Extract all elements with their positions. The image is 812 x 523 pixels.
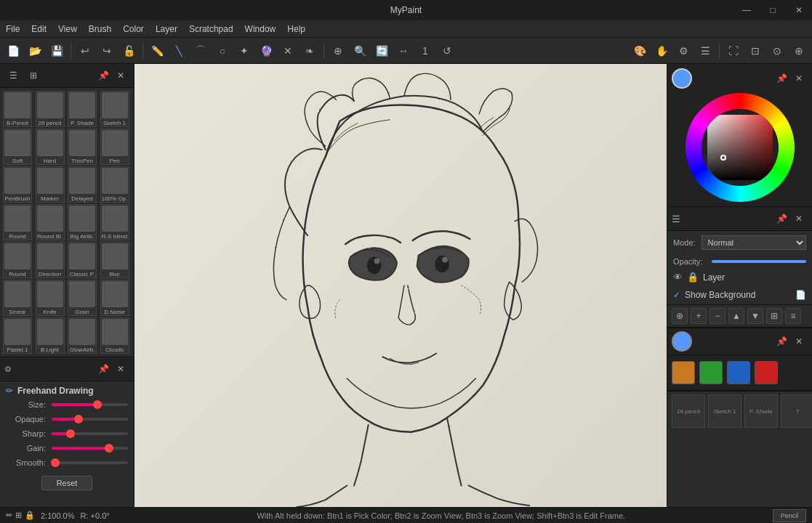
slider-thumb-1[interactable] — [74, 415, 83, 423]
color-swatch-indicator[interactable] — [672, 331, 692, 352]
brush-item-4[interactable]: Soft — [3, 129, 32, 165]
layer-options-button[interactable]: ≡ — [785, 308, 801, 324]
brush-item-18[interactable]: Classic P. — [68, 242, 97, 278]
inking-tool-button[interactable]: ✦ — [234, 41, 254, 61]
flood-tool-button[interactable]: 🔮 — [256, 41, 276, 61]
layer-visibility-icon[interactable]: 👁 — [673, 272, 683, 283]
fullscreen-button[interactable]: ⛶ — [723, 41, 744, 61]
flip-view-button[interactable]: ↔ — [393, 41, 414, 61]
swatches-pin[interactable]: 📌 — [773, 333, 790, 350]
brush-item-9[interactable]: Marker — [36, 166, 65, 203]
reset-view-button[interactable]: ↺ — [437, 41, 457, 61]
remove-layer-button[interactable]: − — [710, 308, 725, 324]
line-tool-button[interactable]: ╲ — [169, 41, 189, 61]
extra-button[interactable]: ⊕ — [789, 41, 809, 61]
zoom-level-button[interactable]: 1 — [415, 41, 435, 61]
recent-brush-3[interactable]: ? — [781, 394, 812, 428]
color-swatch-2[interactable] — [727, 361, 750, 384]
brush-item-10[interactable]: Delayed — [68, 166, 97, 203]
show-bg-checkmark[interactable]: ✓ — [673, 290, 680, 300]
opacity-slider[interactable] — [712, 260, 806, 263]
brush-item-19[interactable]: Blur — [100, 242, 129, 278]
menu-item-file[interactable]: File — [0, 23, 25, 36]
slider-thumb-3[interactable] — [105, 444, 113, 453]
color-wheel-close[interactable]: ✕ — [790, 70, 808, 87]
recent-brush-0[interactable]: 28 pencil — [672, 394, 705, 428]
status-draw-icon[interactable]: ✏ — [6, 511, 12, 520]
brush-item-27[interactable]: Clouds — [100, 317, 129, 354]
menu-item-view[interactable]: View — [52, 23, 83, 36]
menu-item-window[interactable]: Window — [239, 23, 282, 36]
ellipse-tool-button[interactable]: ○ — [212, 41, 233, 61]
brush-item-2[interactable]: P. Shade — [68, 91, 97, 127]
layer-mode-select[interactable]: NormalMultiplyScreenOverlayDarkenLighten — [702, 235, 806, 250]
color-wheel-pin[interactable]: 📌 — [773, 70, 790, 87]
color-cursor[interactable] — [720, 155, 726, 161]
brush-item-21[interactable]: Knife — [36, 280, 65, 316]
brush-item-26[interactable]: GlowAirb. — [68, 317, 97, 354]
brush-list-icon[interactable]: ☰ — [4, 67, 22, 84]
slider-track-2[interactable] — [52, 432, 128, 435]
brush-item-16[interactable]: Round — [3, 242, 32, 278]
minimize-button[interactable]: — — [733, 0, 760, 20]
brush-settings-icon[interactable]: 📌 — [95, 67, 112, 84]
brush-item-22[interactable]: Grain — [68, 280, 97, 316]
brush-item-11[interactable]: 100% Op. — [100, 166, 129, 203]
color-swatch-3[interactable] — [755, 361, 778, 384]
brush-item-20[interactable]: Smear — [3, 280, 32, 316]
current-brush-indicator[interactable]: Pencil — [773, 509, 806, 522]
brush-item-15[interactable]: R-S blend — [100, 204, 129, 240]
brush-item-14[interactable]: Big AirBr. — [68, 204, 97, 240]
brush-item-17[interactable]: Direction — [36, 242, 65, 278]
history-button[interactable]: 🔓 — [118, 41, 139, 61]
slider-thumb-0[interactable] — [93, 400, 102, 409]
brush-item-8[interactable]: PenBrush — [3, 166, 32, 203]
redo-button[interactable]: ↪ — [97, 41, 117, 61]
color-swatch-1[interactable] — [699, 361, 723, 384]
swatches-close[interactable]: ✕ — [790, 333, 808, 350]
status-frame-icon[interactable]: ⊞ — [15, 511, 22, 520]
add-layer-button[interactable]: + — [691, 308, 707, 324]
menu-item-brush[interactable]: Brush — [83, 23, 117, 36]
canvas-area[interactable] — [134, 64, 667, 507]
settings-button[interactable]: ⚙ — [673, 41, 694, 61]
layer-panel-pin[interactable]: 📌 — [773, 210, 790, 227]
brush-item-3[interactable]: Sketch 1 — [100, 91, 129, 127]
brush-grid-icon[interactable]: ⊞ — [25, 67, 42, 84]
color-wheel-inner[interactable] — [702, 109, 779, 186]
reset-button[interactable]: Reset — [41, 476, 93, 490]
eraser-tool-button[interactable]: ✕ — [278, 41, 298, 61]
brush-item-0[interactable]: B-Pencil — [3, 91, 32, 127]
show-bg-extra-icon[interactable]: 📄 — [795, 290, 806, 300]
pan-tool-button[interactable]: ⊕ — [328, 41, 348, 61]
brush-close-icon[interactable]: ✕ — [112, 67, 129, 84]
brush-item-12[interactable]: Round — [3, 204, 32, 240]
maximize-button[interactable]: □ — [760, 0, 786, 20]
undo-button[interactable]: ↩ — [75, 41, 95, 61]
brush-item-25[interactable]: B.Light — [36, 317, 65, 354]
tool-options-close[interactable]: ✕ — [112, 360, 129, 378]
layer-type-button[interactable]: ⊕ — [672, 308, 688, 324]
clone-tool-button[interactable]: ❧ — [300, 41, 320, 61]
slider-track-0[interactable] — [52, 403, 128, 406]
brush-item-24[interactable]: Pastel 1 — [3, 317, 32, 354]
brush-item-13[interactable]: Round Bl. — [36, 204, 65, 240]
status-lock-icon[interactable]: 🔒 — [25, 511, 35, 520]
color-indicator[interactable] — [672, 68, 692, 89]
new-file-button[interactable]: 📄 — [3, 41, 23, 61]
open-file-button[interactable]: 📂 — [25, 41, 45, 61]
slider-thumb-4[interactable] — [51, 458, 60, 467]
menu-item-scratchpad[interactable]: Scratchpad — [183, 23, 239, 36]
recent-brush-1[interactable]: Sketch 1 — [708, 394, 741, 428]
layer-panel-close[interactable]: ✕ — [790, 210, 808, 227]
move-layer-up-button[interactable]: ▲ — [728, 308, 744, 324]
menu-item-help[interactable]: Help — [281, 23, 311, 36]
brush-item-7[interactable]: Pen — [100, 129, 129, 165]
color-wheel-container[interactable] — [686, 93, 795, 202]
move-layer-down-button[interactable]: ▼ — [747, 308, 763, 324]
slider-track-4[interactable] — [52, 461, 128, 464]
rotate-view-button[interactable]: 🔄 — [371, 41, 392, 61]
brush-item-1[interactable]: 28 pencil — [36, 91, 65, 127]
color-swatch-0[interactable] — [672, 361, 695, 384]
curve-tool-button[interactable]: ⌒ — [190, 41, 211, 61]
